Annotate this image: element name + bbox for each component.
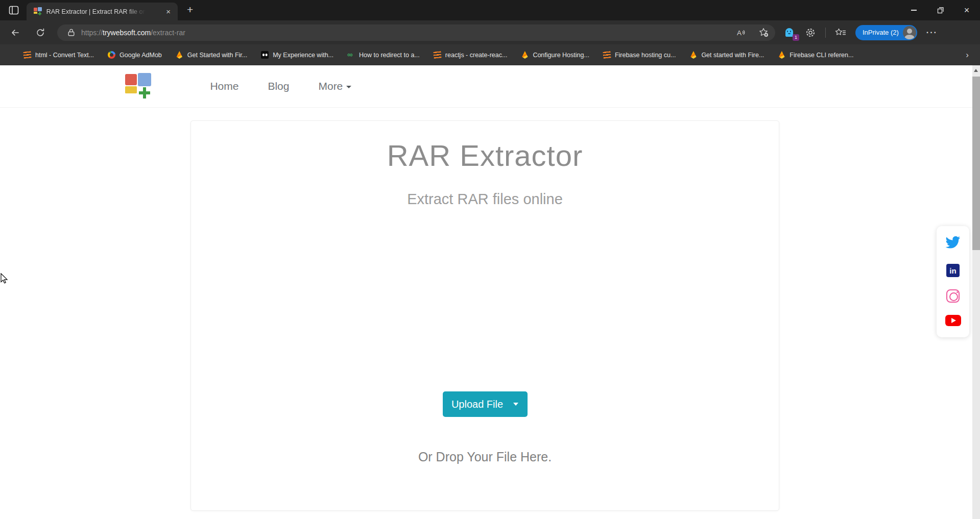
new-tab-button[interactable]: + xyxy=(187,4,193,16)
toolbar-divider xyxy=(825,28,826,38)
linkedin-icon[interactable]: in xyxy=(946,264,960,277)
site-nav: Home Blog More xyxy=(210,80,351,92)
extractor-card: RAR Extractor Extract RAR files online U… xyxy=(190,120,779,511)
svg-text:A: A xyxy=(737,29,742,37)
bookmark-item[interactable]: Firebase CLI referen... xyxy=(778,51,853,59)
nav-home-link[interactable]: Home xyxy=(210,80,238,92)
site-header: Home Blog More xyxy=(0,65,972,108)
tab-close-icon[interactable]: × xyxy=(164,7,173,16)
url-text[interactable]: https://trywebsoft.com/extract-rar xyxy=(81,29,185,37)
bookmark-label: Configure Hosting... xyxy=(533,52,589,59)
close-button[interactable]: × xyxy=(953,0,980,20)
bookmarks-overflow-icon[interactable]: › xyxy=(966,50,969,60)
tab-title: RAR Extractor | Extract RAR file onl xyxy=(46,8,148,15)
browser-titlebar: RAR Extractor | Extract RAR file onl × +… xyxy=(0,0,980,20)
tab-actions-menu-icon[interactable] xyxy=(8,5,19,15)
bookmark-label: Get Started with Fir... xyxy=(187,52,247,59)
scrollbar-up-arrow-icon[interactable] xyxy=(974,69,978,72)
restore-button[interactable] xyxy=(927,0,953,20)
drop-file-hint: Or Drop Your File Here. xyxy=(191,450,779,464)
mouse-cursor xyxy=(0,273,9,286)
bookmark-item[interactable]: Firebase hosting cu... xyxy=(603,52,676,59)
favorites-list-icon[interactable] xyxy=(835,27,846,38)
back-button[interactable] xyxy=(6,24,23,41)
page-scrollbar[interactable] xyxy=(972,65,980,519)
chevron-down-icon xyxy=(346,86,351,88)
bookmark-favicon xyxy=(603,51,611,58)
scrollbar-thumb[interactable] xyxy=(972,77,980,250)
add-favorite-icon[interactable] xyxy=(758,27,769,38)
inprivate-label: InPrivate (2) xyxy=(863,29,899,36)
bookmark-label: My Experience with... xyxy=(273,52,333,59)
minimize-button[interactable] xyxy=(900,0,927,20)
bookmark-favicon xyxy=(347,51,355,59)
bookmark-item[interactable]: My Experience with... xyxy=(261,51,333,59)
nav-more-dropdown[interactable]: More xyxy=(318,80,351,92)
page-title: RAR Extractor xyxy=(191,138,779,172)
bookmark-favicon xyxy=(108,51,115,59)
nav-blog-link[interactable]: Blog xyxy=(268,80,289,92)
bookmark-favicon xyxy=(176,51,183,59)
bookmark-favicon xyxy=(261,51,269,59)
profile-avatar xyxy=(903,26,916,39)
bookmark-label: Firebase CLI referen... xyxy=(790,52,853,59)
window-controls: × xyxy=(900,0,980,20)
refresh-button[interactable] xyxy=(32,24,49,41)
toolbar-right-cluster: 1 InPrivate (2) ··· xyxy=(782,25,941,40)
bookmark-favicon xyxy=(689,51,697,59)
bookmark-label: How to redirect to a... xyxy=(359,52,420,59)
bookmark-item[interactable]: Configure Hosting... xyxy=(521,51,589,59)
bookmark-item[interactable]: reactjs - create-reac... xyxy=(434,52,508,59)
nav-more-label: More xyxy=(318,80,343,92)
site-logo[interactable] xyxy=(125,73,151,100)
upload-dropdown-caret-icon xyxy=(513,403,518,406)
youtube-icon[interactable] xyxy=(945,315,961,326)
bookmark-item[interactable]: html - Convert Text... xyxy=(23,52,94,59)
address-bar[interactable]: https://trywebsoft.com/extract-rar A xyxy=(57,24,775,41)
linkedin-label: in xyxy=(949,266,956,275)
bookmark-label: Get started with Fire... xyxy=(701,52,764,59)
extensions-gear-icon[interactable] xyxy=(805,27,816,38)
bookmark-favicon xyxy=(23,51,31,58)
lock-icon xyxy=(65,27,77,38)
bookmark-label: Google AdMob xyxy=(119,52,162,59)
instagram-icon[interactable] xyxy=(946,289,960,303)
bookmark-item[interactable]: Get started with Fire... xyxy=(689,51,764,59)
bookmark-item[interactable]: Get Started with Fir... xyxy=(176,51,247,59)
read-aloud-icon[interactable]: A xyxy=(736,27,748,38)
bookmarks-bar: html - Convert Text... Google AdMob Get … xyxy=(0,44,980,65)
url-path: /extract-rar xyxy=(151,29,185,37)
address-bar-actions: A xyxy=(736,27,769,38)
ghost-extension-icon[interactable]: 1 xyxy=(782,27,796,38)
bookmark-favicon xyxy=(778,51,785,59)
bookmark-favicon xyxy=(433,51,441,58)
notification-badge: 1 xyxy=(793,34,799,41)
bookmark-label: html - Convert Text... xyxy=(35,52,94,59)
inprivate-profile-button[interactable]: InPrivate (2) xyxy=(855,25,917,40)
bookmark-label: Firebase hosting cu... xyxy=(615,52,676,59)
upload-button-label: Upload File xyxy=(451,399,503,410)
social-share-panel: in xyxy=(937,226,969,337)
twitter-icon[interactable] xyxy=(945,236,961,252)
page-subtitle: Extract RAR files online xyxy=(191,191,779,208)
settings-more-icon[interactable]: ··· xyxy=(926,28,938,37)
bookmark-item[interactable]: How to redirect to a... xyxy=(347,51,420,59)
browser-tab[interactable]: RAR Extractor | Extract RAR file onl × xyxy=(27,3,178,20)
site-favicon xyxy=(34,7,42,16)
bookmark-label: reactjs - create-reac... xyxy=(445,52,508,59)
bookmark-item[interactable]: Google AdMob xyxy=(108,51,162,59)
upload-file-button[interactable]: Upload File xyxy=(443,391,528,417)
browser-toolbar: https://trywebsoft.com/extract-rar A 1 I… xyxy=(0,20,980,44)
url-scheme: https:// xyxy=(81,29,103,37)
bookmark-favicon xyxy=(521,51,529,59)
page-viewport: Home Blog More RAR Extractor Extract RAR… xyxy=(0,65,980,519)
url-host: trywebsoft.com xyxy=(103,29,151,37)
